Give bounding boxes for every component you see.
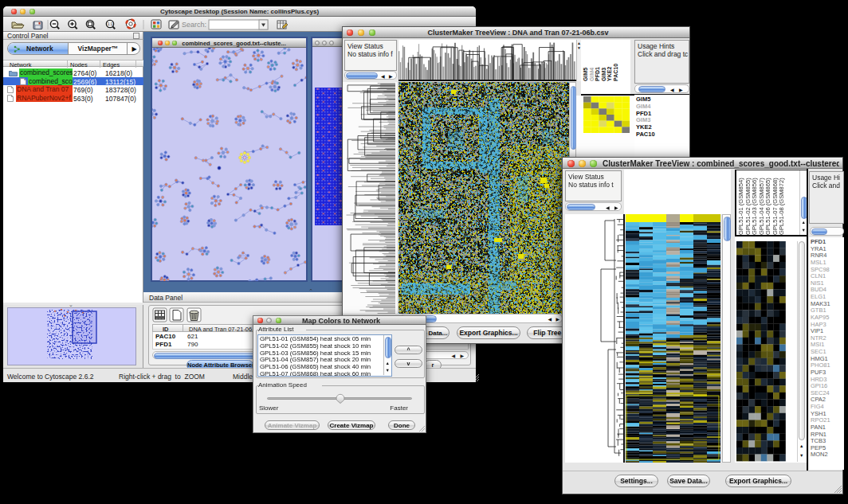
- svg-text:GIM5: GIM5: [583, 68, 588, 81]
- svg-text:GIM3: GIM3: [601, 68, 607, 81]
- svg-text:GPL51-08 (GSM872): GPL51-08 (GSM872): [778, 178, 785, 235]
- svg-text:PAC10: PAC10: [613, 64, 618, 81]
- svg-text:Search:: Search:: [182, 21, 206, 29]
- svg-text:GIM4: GIM4: [589, 68, 595, 81]
- svg-text:1:1: 1:1: [108, 22, 113, 26]
- svg-text:YKE2: YKE2: [607, 67, 612, 81]
- svg-text:PFD1: PFD1: [595, 67, 600, 81]
